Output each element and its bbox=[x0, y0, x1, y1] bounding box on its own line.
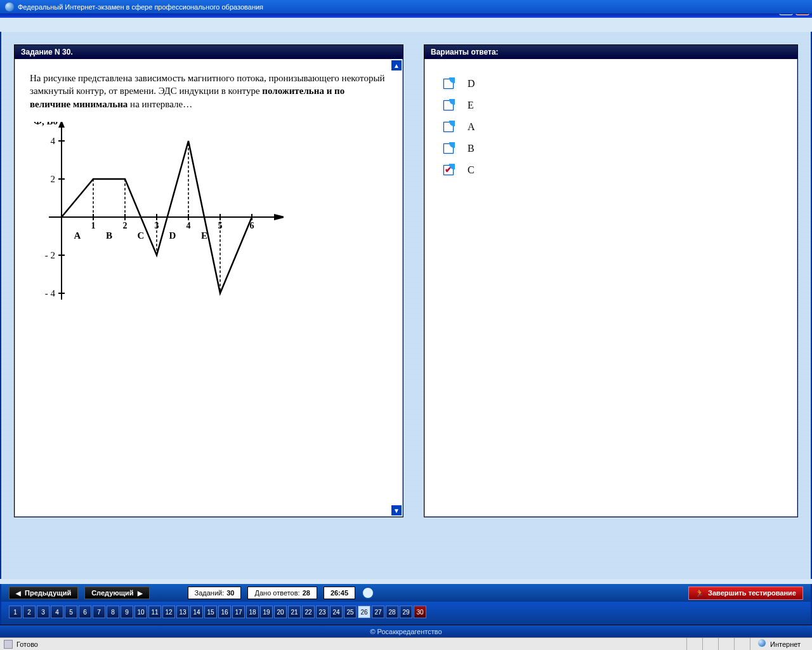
svg-text:D: D bbox=[169, 230, 176, 241]
scroll-up-button[interactable]: ▲ bbox=[391, 60, 402, 70]
question-cell-25[interactable]: 25 bbox=[344, 606, 357, 618]
svg-text:Ф, Вб: Ф, Вб bbox=[34, 122, 58, 126]
checkbox-icon[interactable] bbox=[443, 100, 454, 110]
answer-label: C bbox=[468, 164, 475, 176]
question-cell-30[interactable]: 30 bbox=[414, 606, 426, 618]
question-cell-6[interactable]: 6 bbox=[79, 606, 91, 618]
answered-counter: Дано ответов: 28 bbox=[247, 587, 317, 599]
question-cell-2[interactable]: 2 bbox=[23, 606, 36, 618]
question-cell-4[interactable]: 4 bbox=[51, 606, 63, 618]
question-cell-14[interactable]: 14 bbox=[190, 606, 203, 618]
svg-text:4: 4 bbox=[187, 221, 191, 230]
status-zone: Интернет bbox=[750, 638, 808, 650]
tasks-counter: Заданий: 30 bbox=[188, 587, 242, 599]
timer-value: 26:45 bbox=[331, 589, 348, 597]
answered-label: Дано ответов: bbox=[254, 589, 299, 597]
question-cell-22[interactable]: 22 bbox=[302, 606, 315, 618]
copyright-footer: © Росаккредагентство bbox=[0, 625, 812, 637]
answers-panel-header: Варианты ответа: bbox=[424, 45, 797, 59]
checkbox-icon[interactable] bbox=[443, 122, 454, 132]
svg-text:4: 4 bbox=[51, 136, 56, 146]
checkbox-icon[interactable] bbox=[443, 165, 454, 175]
tasks-value: 30 bbox=[226, 589, 234, 597]
question-cell-26[interactable]: 26 bbox=[358, 606, 370, 618]
answers-panel: Варианты ответа: DEABC bbox=[424, 44, 798, 517]
arrow-right-icon: ▶ bbox=[138, 590, 143, 597]
next-button[interactable]: Следующий ▶ bbox=[84, 587, 149, 599]
question-cell-28[interactable]: 28 bbox=[386, 606, 398, 618]
question-cell-18[interactable]: 18 bbox=[246, 606, 259, 618]
question-cell-10[interactable]: 10 bbox=[134, 606, 147, 618]
svg-text:2: 2 bbox=[51, 174, 56, 184]
copyright-text: © Росаккредагентство bbox=[370, 628, 442, 635]
question-cell-9[interactable]: 9 bbox=[121, 606, 133, 618]
answer-option-B[interactable]: B bbox=[443, 143, 782, 154]
scroll-down-button[interactable]: ▼ bbox=[391, 505, 402, 515]
checkbox-icon[interactable] bbox=[443, 79, 454, 89]
runner-icon: 🏃 bbox=[695, 589, 704, 597]
checkbox-icon[interactable] bbox=[443, 143, 454, 154]
answer-label: E bbox=[468, 100, 474, 111]
browser-statusbar: Готово Интернет bbox=[0, 637, 812, 650]
answer-option-C[interactable]: C bbox=[443, 164, 782, 176]
question-cell-1[interactable]: 1 bbox=[9, 606, 22, 618]
svg-text:2: 2 bbox=[123, 221, 128, 230]
next-label: Следующий bbox=[91, 589, 133, 597]
answers-body: DEABC bbox=[424, 59, 797, 517]
nav-band: ◀ Предыдущий Следующий ▶ Заданий: 30 Дан… bbox=[0, 584, 812, 625]
svg-text:- 4: - 4 bbox=[45, 288, 56, 298]
question-cell-24[interactable]: 24 bbox=[330, 606, 343, 618]
tasks-label: Заданий: bbox=[195, 589, 225, 597]
question-cell-20[interactable]: 20 bbox=[274, 606, 287, 618]
globe-icon bbox=[5, 3, 14, 11]
status-zone-label: Интернет bbox=[770, 640, 801, 648]
question-cell-3[interactable]: 3 bbox=[37, 606, 49, 618]
prev-label: Предыдущий bbox=[25, 589, 71, 597]
timer-field: 26:45 bbox=[324, 587, 355, 599]
question-cell-8[interactable]: 8 bbox=[107, 606, 119, 618]
clock-icon bbox=[362, 587, 374, 599]
question-panel-header: Задание N 30. bbox=[15, 45, 403, 59]
question-cell-15[interactable]: 15 bbox=[204, 606, 217, 618]
globe-icon bbox=[758, 639, 766, 647]
workspace: Задание N 30. ▲ На рисунке представлена … bbox=[0, 32, 812, 579]
app-subtitle: Федеральный Интернет-экзамен в сфере про… bbox=[18, 3, 263, 11]
question-cell-27[interactable]: 27 bbox=[372, 606, 384, 618]
question-cell-29[interactable]: 29 bbox=[400, 606, 412, 618]
answer-option-D[interactable]: D bbox=[443, 78, 782, 90]
question-cell-7[interactable]: 7 bbox=[93, 606, 105, 618]
question-panel: Задание N 30. ▲ На рисунке представлена … bbox=[14, 44, 403, 517]
arrow-left-icon: ◀ bbox=[16, 590, 21, 597]
question-cell-5[interactable]: 5 bbox=[65, 606, 77, 618]
svg-text:C: C bbox=[138, 230, 145, 241]
nav-bar: ◀ Предыдущий Следующий ▶ Заданий: 30 Дан… bbox=[1, 584, 811, 602]
question-body: На рисунке представлена зависимость магн… bbox=[15, 59, 403, 517]
answer-label: B bbox=[468, 143, 475, 154]
q-suffix: на интервале… bbox=[128, 99, 192, 109]
app-subtitle-bar: Федеральный Интернет-экзамен в сфере про… bbox=[0, 0, 812, 14]
prev-button[interactable]: ◀ Предыдущий bbox=[9, 587, 78, 599]
finish-label: Завершить тестирование bbox=[708, 589, 796, 597]
question-cell-19[interactable]: 19 bbox=[260, 606, 273, 618]
svg-text:A: A bbox=[74, 230, 81, 241]
ie-page-icon bbox=[4, 640, 13, 649]
answered-value: 28 bbox=[303, 589, 310, 597]
chart: Ф, Вбt, c- 4- 224123456ABCDE bbox=[30, 122, 388, 302]
question-cell-12[interactable]: 12 bbox=[162, 606, 175, 618]
svg-text:B: B bbox=[106, 230, 112, 241]
question-cell-16[interactable]: 16 bbox=[218, 606, 231, 618]
svg-marker-1 bbox=[58, 122, 65, 128]
answer-label: A bbox=[468, 121, 475, 133]
status-ready: Готово bbox=[16, 640, 38, 648]
question-cell-23[interactable]: 23 bbox=[316, 606, 329, 618]
finish-button[interactable]: 🏃 Завершить тестирование bbox=[688, 587, 803, 600]
question-cell-17[interactable]: 17 bbox=[232, 606, 245, 618]
question-cell-21[interactable]: 21 bbox=[288, 606, 301, 618]
answer-option-E[interactable]: E bbox=[443, 100, 782, 111]
svg-text:E: E bbox=[201, 230, 207, 241]
answer-option-A[interactable]: A bbox=[443, 121, 782, 133]
question-cell-11[interactable]: 11 bbox=[148, 606, 161, 618]
svg-text:1: 1 bbox=[91, 221, 96, 230]
question-cell-13[interactable]: 13 bbox=[176, 606, 189, 618]
svg-marker-3 bbox=[274, 214, 284, 220]
